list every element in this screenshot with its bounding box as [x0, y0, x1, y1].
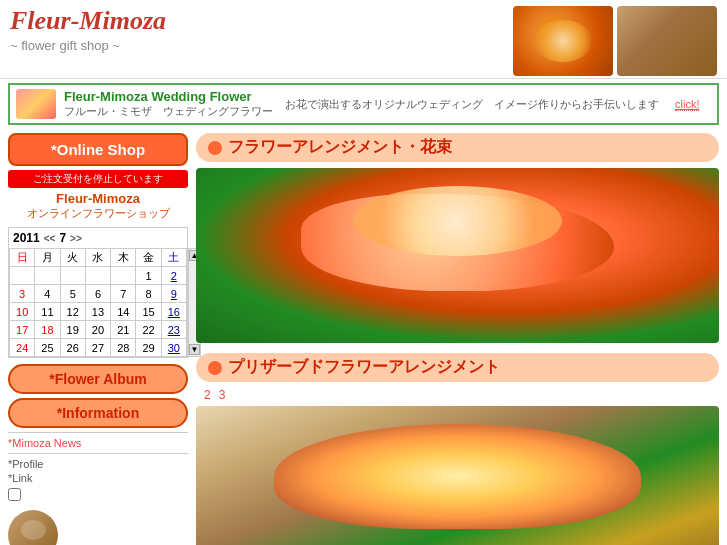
header-flower-image	[513, 6, 613, 76]
cal-header-tue: 火	[61, 249, 86, 267]
cal-day-3: 3	[10, 285, 35, 303]
preserved-flower-section	[196, 406, 719, 545]
sidebar-checkbox[interactable]	[8, 488, 21, 501]
cal-cell: 1	[136, 267, 161, 285]
flower-arrangement-image	[196, 168, 719, 343]
cal-day-25: 25	[35, 339, 60, 357]
section-icon-1	[208, 141, 222, 155]
cal-cell	[35, 267, 60, 285]
page-header: Fleur-Mimoza ~ flower gift shop ~	[0, 0, 727, 79]
cal-header-sun: 日	[10, 249, 35, 267]
cal-header-sat: 土	[162, 249, 187, 267]
calendar-grid: 日 月 火 水 木 金 土 1 2 3 4	[9, 248, 187, 357]
preserved-flower-photo	[196, 406, 719, 545]
calendar-year: 2011	[13, 231, 40, 245]
cal-cell	[61, 267, 86, 285]
cal-day-7: 7	[111, 285, 136, 303]
cal-day-4: 4	[35, 285, 60, 303]
shop-name: Fleur-Mimoza	[8, 191, 188, 206]
calendar-scroll-area: 日 月 火 水 木 金 土 1 2 3 4	[9, 248, 187, 357]
tagline: ~ flower gift shop ~	[10, 38, 166, 53]
information-button[interactable]: *Information	[8, 398, 188, 428]
sidebar-checkbox-area	[8, 488, 188, 504]
section-title-1: フラワーアレンジメント・花束	[228, 137, 452, 158]
link-link[interactable]: *Link	[8, 472, 188, 484]
banner-thumbnail	[16, 89, 56, 119]
sidebar-divider-1	[8, 432, 188, 433]
cal-day-2[interactable]: 2	[162, 267, 187, 285]
cal-day-6: 6	[86, 285, 111, 303]
calendar-header: 2011 << 7 >>	[9, 228, 187, 248]
cal-day-13: 13	[86, 303, 111, 321]
cal-cell	[111, 267, 136, 285]
cal-day-11: 11	[35, 303, 60, 321]
cal-day-22: 22	[136, 321, 161, 339]
wedding-banner[interactable]: Fleur-Mimoza Wedding Flower フルール・ミモザ ウェデ…	[8, 83, 719, 125]
calendar: 2011 << 7 >> 日 月 火 水 木 金 土	[8, 227, 188, 358]
cal-cell	[10, 267, 35, 285]
cal-day-5: 5	[61, 285, 86, 303]
pagination: 2 3	[204, 388, 719, 402]
cal-day-12: 12	[61, 303, 86, 321]
content-area: フラワーアレンジメント・花束 プリザーブドフラワーアレンジメント 2 3	[196, 133, 719, 545]
cal-header-thu: 木	[111, 249, 136, 267]
sidebar-divider-2	[8, 453, 188, 454]
cal-header-fri: 金	[136, 249, 161, 267]
calendar-next[interactable]: >>	[70, 233, 82, 244]
cal-day-28: 28	[111, 339, 136, 357]
calendar-prev[interactable]: <<	[44, 233, 56, 244]
online-shop-button[interactable]: *Online Shop	[8, 133, 188, 166]
page-3-link[interactable]: 3	[219, 388, 226, 402]
banner-click-link[interactable]: click!	[675, 98, 699, 111]
logo-area: Fleur-Mimoza ~ flower gift shop ~	[10, 6, 166, 53]
header-images	[513, 6, 717, 76]
section-title-2: プリザーブドフラワーアレンジメント	[228, 357, 500, 378]
header-dog-image	[617, 6, 717, 76]
cal-day-21: 21	[111, 321, 136, 339]
flower-album-button[interactable]: *Flower Album	[8, 364, 188, 394]
cal-day-23[interactable]: 23	[162, 321, 187, 339]
cal-day-20: 20	[86, 321, 111, 339]
cal-header-wed: 水	[86, 249, 111, 267]
page-2-link[interactable]: 2	[204, 388, 211, 402]
preserved-flower-image	[196, 406, 719, 545]
flower-arrangement-section	[196, 168, 719, 343]
avatar	[8, 510, 58, 545]
cal-day-24: 24	[10, 339, 35, 357]
calendar-month: 7	[59, 231, 66, 245]
cal-day-15: 15	[136, 303, 161, 321]
section-icon-2	[208, 361, 222, 375]
flower-decoration	[513, 6, 613, 76]
cal-day-16[interactable]: 16	[162, 303, 187, 321]
cal-day-26: 26	[61, 339, 86, 357]
banner-text-area: Fleur-Mimoza Wedding Flower フルール・ミモザ ウェデ…	[64, 89, 273, 119]
stop-notice: ご注文受付を停止しています	[8, 170, 188, 188]
site-title: Fleur-Mimoza	[10, 6, 166, 36]
cal-day-10: 10	[10, 303, 35, 321]
banner-subtitle: フルール・ミモザ ウェディングフラワー	[64, 104, 273, 119]
section-header-arrangement: フラワーアレンジメント・花束	[196, 133, 719, 162]
cal-day-14: 14	[111, 303, 136, 321]
cal-day-8: 8	[136, 285, 161, 303]
scroll-down-btn[interactable]: ▼	[189, 344, 200, 355]
cal-day-18: 18	[35, 321, 60, 339]
banner-main-title: Fleur-Mimoza Wedding Flower	[64, 89, 273, 104]
flower-arrangement-photo	[196, 168, 719, 343]
main-layout: *Online Shop ご注文受付を停止しています Fleur-Mimoza …	[0, 129, 727, 545]
cal-day-17: 17	[10, 321, 35, 339]
cal-day-19: 19	[61, 321, 86, 339]
dog-decoration	[617, 6, 717, 76]
cal-day-27: 27	[86, 339, 111, 357]
sidebar: *Online Shop ご注文受付を停止しています Fleur-Mimoza …	[8, 133, 188, 545]
cal-cell	[86, 267, 111, 285]
section-header-preserved: プリザーブドフラワーアレンジメント	[196, 353, 719, 382]
mimoza-news-link[interactable]: *Mimoza News	[8, 437, 188, 449]
cal-day-29: 29	[136, 339, 161, 357]
profile-link[interactable]: *Profile	[8, 458, 188, 470]
cal-day-30[interactable]: 30	[162, 339, 187, 357]
cal-day-9[interactable]: 9	[162, 285, 187, 303]
cal-header-mon: 月	[35, 249, 60, 267]
shop-subtitle: オンラインフラワーショップ	[8, 206, 188, 221]
banner-description: お花で演出するオリジナルウェディング イメージ作りからお手伝いします	[285, 97, 659, 112]
